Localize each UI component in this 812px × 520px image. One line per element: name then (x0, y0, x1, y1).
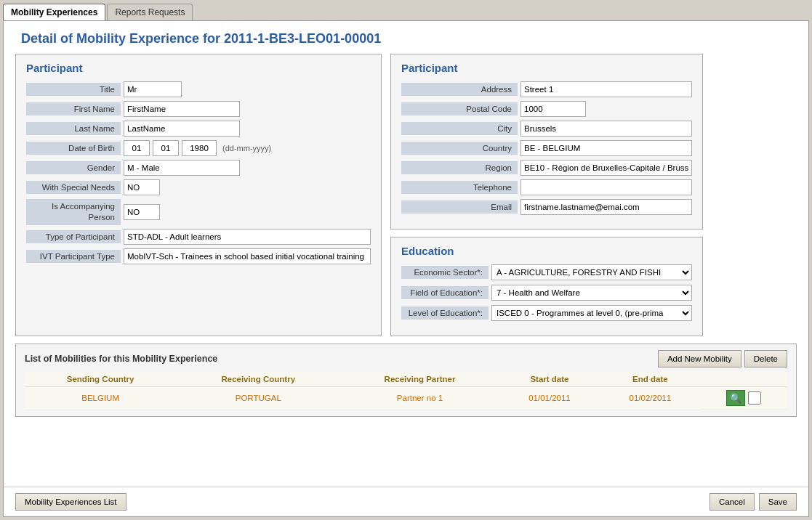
telephone-label: Telephone (401, 181, 518, 194)
dob-year-input[interactable] (182, 140, 217, 156)
participant-right-panel: Participant Address Postal Code City (390, 54, 703, 229)
col-sending-country: Sending Country (25, 372, 176, 387)
mobility-section: List of Mobilities for this Mobility Exp… (15, 344, 797, 417)
cell-receiving-partner: Partner no 1 (340, 387, 499, 410)
cell-receiving-country: PORTUGAL (176, 387, 340, 410)
tab-mobility-experiences[interactable]: Mobility Experiences (3, 4, 105, 20)
economic-sector-select[interactable]: A - AGRICULTURE, FORESTRY AND FISHI (491, 264, 692, 280)
save-button[interactable]: Save (759, 493, 797, 511)
dob-label: Date of Birth (26, 142, 121, 155)
mobility-experiences-list-button[interactable]: Mobility Experiences List (15, 493, 126, 511)
col-receiving-country: Receiving Country (176, 372, 340, 387)
tab-reports-requests[interactable]: Reports Requests (107, 4, 193, 20)
level-of-education-select[interactable]: ISCED 0 - Programmes at level 0, (pre-pr… (491, 305, 692, 321)
education-panel-title: Education (401, 245, 692, 257)
postal-code-label: Postal Code (401, 102, 518, 115)
dob-month-input[interactable] (153, 140, 179, 156)
lastname-label: Last Name (26, 122, 121, 135)
region-input[interactable] (520, 160, 692, 176)
dob-hint: (dd-mm-yyyy) (222, 144, 271, 153)
economic-sector-label: Economic Sector*: (401, 266, 489, 279)
col-actions (701, 372, 787, 387)
table-row: BELGIUM PORTUGAL Partner no 1 01/01/2011… (25, 387, 787, 410)
education-panel: Education Economic Sector*: A - AGRICULT… (390, 237, 703, 336)
mobility-table: Sending Country Receiving Country Receiv… (25, 372, 787, 410)
title-label: Title (26, 83, 121, 96)
footer-bar: Mobility Experiences List Cancel Save (4, 487, 808, 516)
firstname-input[interactable] (124, 101, 240, 117)
participant-left-panel: Participant Title First Name Last Name D… (15, 54, 382, 336)
col-end-date: End date (600, 372, 700, 387)
lastname-input[interactable] (124, 121, 240, 137)
field-of-education-select[interactable]: 7 - Health and Welfare (491, 285, 692, 301)
special-needs-input[interactable] (124, 179, 160, 195)
email-input[interactable] (520, 199, 692, 215)
type-participant-label: Type of Participant (26, 230, 121, 243)
col-start-date: Start date (499, 372, 600, 387)
ivt-label: IVT Participant Type (26, 250, 121, 263)
dob-day-input[interactable] (124, 140, 150, 156)
cell-start-date: 01/01/2011 (499, 387, 600, 410)
field-of-education-label: Field of Education*: (401, 286, 489, 299)
address-label: Address (401, 83, 518, 96)
mobility-section-title: List of Mobilities for this Mobility Exp… (25, 354, 217, 364)
region-label: Region (401, 161, 518, 174)
row-checkbox[interactable] (748, 391, 761, 405)
delete-button[interactable]: Delete (744, 350, 787, 367)
email-label: Email (401, 200, 518, 214)
address-input[interactable] (520, 81, 692, 97)
country-input[interactable] (520, 140, 692, 156)
accompanying-label: Is AccompanyingPerson (26, 199, 121, 225)
type-participant-input[interactable] (124, 229, 371, 245)
level-of-education-label: Level of Education*: (401, 306, 489, 320)
page-title: Detail of Mobility Experience for 2011-1… (4, 21, 808, 54)
ivt-input[interactable] (124, 248, 371, 264)
right-panel-title: Participant (401, 62, 692, 74)
col-receiving-partner: Receiving Partner (340, 372, 499, 387)
title-input[interactable] (124, 81, 182, 97)
postal-code-input[interactable] (520, 101, 586, 117)
gender-label: Gender (26, 161, 121, 174)
city-label: City (401, 122, 518, 135)
search-icon[interactable]: 🔍 (726, 390, 745, 406)
cell-sending-country: BELGIUM (25, 387, 176, 410)
telephone-input[interactable] (520, 179, 692, 195)
city-input[interactable] (520, 121, 692, 137)
accompanying-input[interactable] (124, 204, 160, 220)
special-needs-label: With Special Needs (26, 181, 121, 194)
country-label: Country (401, 142, 518, 155)
cell-end-date: 01/02/2011 (600, 387, 700, 410)
firstname-label: First Name (26, 102, 121, 115)
gender-input[interactable] (124, 160, 240, 176)
left-panel-title: Participant (26, 62, 371, 74)
cancel-button[interactable]: Cancel (710, 493, 755, 511)
right-panels-container: Participant Address Postal Code City (390, 54, 703, 336)
add-new-mobility-button[interactable]: Add New Mobility (658, 350, 741, 367)
